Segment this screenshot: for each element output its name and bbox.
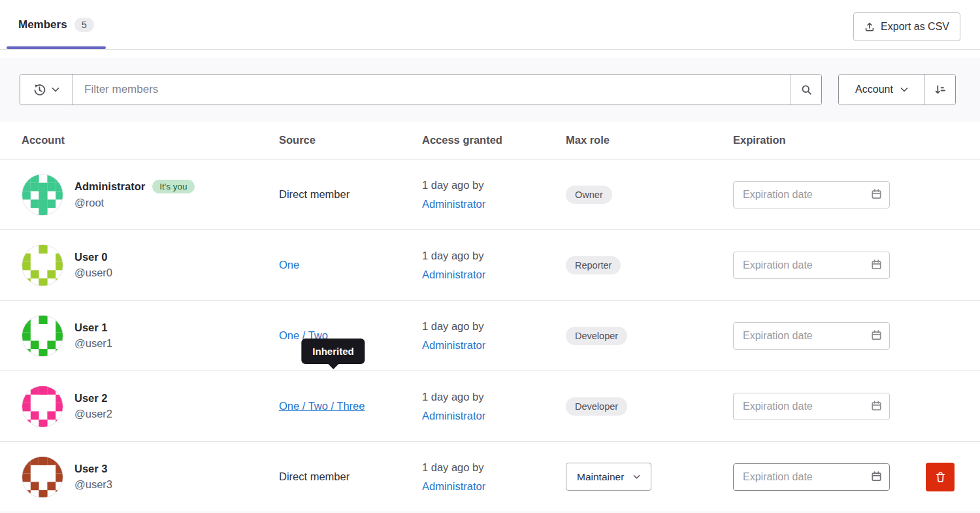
account-cell: User 2 @user2 (0, 386, 279, 427)
table-row: User 1 @user1 One / Two 1 day ago by Adm… (0, 301, 980, 371)
chevron-down-icon (900, 87, 908, 93)
avatar[interactable] (22, 244, 63, 286)
granted-by-link[interactable]: Administrator (422, 269, 485, 280)
sort-by-dropdown[interactable]: Account (839, 74, 925, 105)
filter-members-input[interactable] (73, 74, 791, 105)
source-cell: Direct member (279, 188, 422, 201)
export-csv-button[interactable]: Export as CSV (853, 12, 960, 41)
access-granted-cell: 1 day ago by Administrator (422, 176, 566, 214)
avatar[interactable] (22, 315, 63, 357)
remove-member-button[interactable] (926, 463, 955, 491)
access-granted-cell: 1 day ago by Administrator (422, 246, 566, 284)
filter-history-dropdown[interactable] (20, 74, 73, 105)
max-role-dropdown[interactable]: Maintainer (566, 463, 651, 491)
member-username: @user2 (74, 408, 112, 420)
account-cell: Administrator It's you @root (0, 174, 279, 216)
members-table-header: Account Source Access granted Max role E… (0, 122, 980, 159)
history-icon (33, 84, 46, 96)
tab-bar: Members 5 Export as CSV (0, 0, 980, 50)
sort-group: Account (838, 74, 956, 105)
expiration-date-input[interactable] (733, 463, 890, 491)
its-you-badge: It's you (152, 180, 194, 193)
member-username: @user0 (74, 267, 112, 279)
access-granted-time: 1 day ago by (422, 176, 566, 195)
member-username: @root (74, 197, 195, 209)
access-granted-time: 1 day ago by (422, 317, 566, 336)
filter-members-group (20, 74, 822, 105)
table-row: Administrator It's you @root Direct memb… (0, 159, 980, 230)
column-header-access-granted: Access granted (422, 134, 566, 146)
table-row: User 3 @user3 Direct member 1 day ago by… (0, 442, 980, 512)
member-name[interactable]: User 2 (74, 392, 107, 405)
search-button[interactable] (791, 74, 821, 105)
source-group-link[interactable]: One (279, 259, 299, 271)
sort-by-label: Account (855, 84, 893, 95)
access-granted-time: 1 day ago by (422, 388, 566, 406)
max-role-badge: Developer (566, 397, 627, 416)
granted-by-link[interactable]: Administrator (422, 410, 485, 422)
column-header-max-role: Max role (566, 134, 733, 146)
member-name[interactable]: User 1 (74, 322, 107, 334)
max-role-badge: Owner (566, 186, 612, 204)
expiration-date-input[interactable] (733, 252, 890, 279)
chevron-down-icon (52, 87, 59, 93)
source-group-link[interactable]: One / Two / Three (279, 400, 365, 412)
granted-by-link[interactable]: Administrator (422, 198, 485, 210)
account-cell: User 1 @user1 (0, 315, 279, 357)
expiration-date-input[interactable] (733, 322, 890, 350)
member-username: @user3 (74, 478, 112, 491)
access-granted-cell: 1 day ago by Administrator (422, 458, 566, 496)
member-name[interactable]: User 0 (74, 251, 107, 263)
expiration-date-input[interactable] (733, 181, 890, 208)
max-role-dropdown-label: Maintainer (577, 471, 624, 483)
tab-members[interactable]: Members 5 (7, 0, 106, 49)
max-role-badge: Developer (566, 327, 627, 345)
avatar[interactable] (22, 386, 63, 427)
sort-direction-button[interactable] (925, 74, 955, 105)
granted-by-link[interactable]: Administrator (422, 339, 485, 351)
search-icon (801, 84, 812, 95)
column-header-source: Source (279, 134, 422, 146)
max-role-badge: Reporter (566, 256, 621, 274)
member-name[interactable]: User 3 (74, 463, 107, 475)
tab-members-label: Members (18, 18, 67, 31)
members-count-badge: 5 (74, 18, 94, 32)
avatar[interactable] (22, 174, 63, 216)
export-icon (864, 22, 875, 32)
table-row: User 2 @user2 Inherited One / Two / Thre… (0, 371, 980, 442)
member-username: @user1 (74, 337, 112, 350)
access-granted-time: 1 day ago by (422, 458, 566, 477)
column-header-expiration: Expiration (733, 134, 893, 146)
export-csv-label: Export as CSV (881, 21, 949, 33)
granted-by-link[interactable]: Administrator (422, 480, 485, 492)
table-row: User 0 @user0 One 1 day ago by Administr… (0, 230, 980, 301)
sort-descending-icon (934, 84, 946, 95)
avatar[interactable] (22, 456, 63, 498)
access-granted-cell: 1 day ago by Administrator (422, 388, 566, 425)
member-name[interactable]: Administrator (74, 180, 145, 193)
account-cell: User 3 @user3 (0, 456, 279, 498)
access-granted-cell: 1 day ago by Administrator (422, 317, 566, 355)
source-cell: Direct member (279, 471, 422, 483)
inherited-tooltip: Inherited (301, 339, 365, 364)
expiration-date-input[interactable] (733, 393, 890, 420)
column-header-account: Account (0, 134, 279, 146)
access-granted-time: 1 day ago by (422, 246, 566, 265)
filter-section: Account (0, 58, 980, 122)
account-cell: User 0 @user0 (0, 244, 279, 286)
trash-icon (935, 471, 946, 483)
chevron-down-icon (633, 474, 640, 480)
